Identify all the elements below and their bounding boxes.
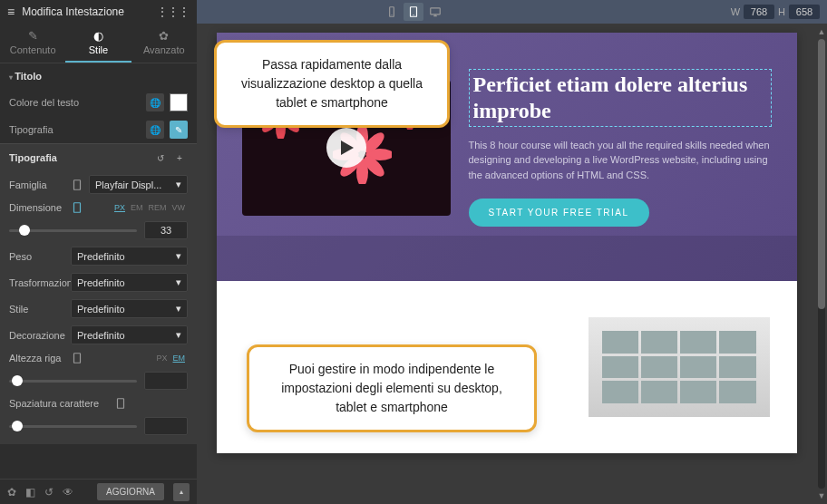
unit-vw[interactable]: VW — [170, 203, 189, 212]
topbar-left: ≡ Modifica Intestazione ⋮⋮⋮ — [0, 0, 197, 24]
navigator-icon[interactable]: ◧ — [25, 486, 35, 499]
device-icon[interactable] — [71, 352, 83, 364]
decoration-label: Decorazione — [9, 330, 65, 341]
weight-row: Peso Predefinito▾ — [0, 243, 197, 269]
sidebar-panel: ✎Contenuto ◐Stile ✿Avanzato Titolo Color… — [0, 24, 197, 504]
tab-style[interactable]: ◐Stile — [65, 24, 131, 63]
svg-rect-4 — [431, 8, 441, 15]
typo-panel-title: Tipografia — [9, 152, 150, 163]
fontstyle-select[interactable]: Predefinito▾ — [71, 299, 188, 318]
lineheight-input[interactable] — [144, 372, 188, 390]
callout-text: Passa rapidamente dalla visualizzazione … — [241, 57, 423, 110]
unit-em[interactable]: EM — [170, 354, 189, 363]
size-label: Dimensione — [9, 202, 65, 213]
text-color-label: Colore del testo — [9, 97, 141, 108]
letterspacing-label: Spaziatura carattere — [9, 398, 109, 409]
weight-label: Peso — [9, 251, 65, 262]
play-icon[interactable] — [326, 128, 366, 168]
unit-px[interactable]: PX — [112, 203, 128, 212]
slider-thumb[interactable] — [19, 225, 30, 236]
svg-point-1 — [391, 15, 392, 15]
family-select[interactable]: Playfair Displ...▾ — [89, 175, 188, 194]
lineheight-row: Altezza riga PX EM — [0, 348, 197, 368]
device-icon[interactable] — [71, 179, 83, 191]
cta-button[interactable]: START YOUR FREE TRIAL — [469, 199, 649, 227]
typography-label: Tipografia — [9, 124, 141, 135]
family-label: Famiglia — [9, 179, 65, 190]
top-bar: ≡ Modifica Intestazione ⋮⋮⋮ W H — [0, 0, 827, 24]
apps-icon[interactable]: ⋮⋮⋮ — [157, 5, 190, 18]
tab-advanced[interactable]: ✿Avanzato — [131, 24, 197, 63]
svg-rect-6 — [74, 203, 81, 213]
transform-select[interactable]: Predefinito▾ — [71, 273, 188, 292]
chevron-down-icon: ▾ — [176, 179, 181, 190]
size-slider-row — [0, 218, 197, 243]
history-icon[interactable]: ↺ — [44, 486, 54, 499]
chevron-down-icon: ▾ — [176, 250, 181, 262]
device-desktop-button[interactable] — [425, 3, 445, 21]
device-icon[interactable] — [71, 201, 83, 214]
unit-px[interactable]: PX — [153, 354, 170, 363]
tab-content-label: Contenuto — [10, 44, 56, 55]
update-button[interactable]: AGGIORNA — [97, 483, 164, 500]
hero-title[interactable]: Perficiet etiam dolere alterius improbe — [469, 69, 772, 127]
scroll-down-icon[interactable]: ▼ — [818, 491, 826, 500]
unit-em[interactable]: EM — [128, 203, 146, 212]
edit-typography-button[interactable]: ✎ — [170, 121, 188, 139]
tab-advanced-label: Avanzato — [143, 44, 185, 55]
color-swatch[interactable] — [170, 93, 188, 111]
scroll-track[interactable] — [818, 39, 825, 489]
scroll-thumb[interactable] — [818, 39, 825, 309]
decoration-row: Decorazione Predefinito▾ — [0, 322, 197, 348]
svg-rect-5 — [74, 179, 81, 189]
size-input[interactable] — [144, 221, 188, 239]
transform-value: Predefinito — [77, 277, 125, 288]
decoration-select[interactable]: Predefinito▾ — [71, 325, 188, 344]
globe-icon[interactable]: 🌐 — [146, 121, 164, 139]
slider-thumb[interactable] — [12, 421, 23, 431]
chevron-down-icon: ▾ — [176, 276, 181, 288]
weight-select[interactable]: Predefinito▾ — [71, 247, 188, 266]
size-slider[interactable] — [9, 229, 137, 232]
text-color-row: Colore del testo 🌐 — [0, 89, 197, 116]
device-mobile-button[interactable] — [382, 3, 402, 21]
slider-thumb[interactable] — [12, 375, 23, 386]
scroll-up-icon[interactable]: ▲ — [818, 27, 826, 36]
tab-style-label: Stile — [89, 44, 108, 55]
menu-icon[interactable]: ≡ — [7, 5, 15, 19]
height-input[interactable] — [789, 5, 820, 19]
device-tablet-button[interactable] — [404, 3, 423, 21]
letterspacing-slider[interactable] — [9, 425, 137, 428]
chevron-down-icon: ▾ — [176, 303, 181, 315]
transform-row: Trasformazione Predefinito▾ — [0, 269, 197, 296]
family-value: Playfair Displ... — [95, 179, 161, 190]
style-icon: ◐ — [65, 29, 131, 43]
update-options-button[interactable]: ▴ — [173, 483, 190, 501]
callout-text: Puoi gestire in modo indipendente le imp… — [281, 362, 502, 414]
height-label: H — [778, 6, 785, 17]
gear-icon: ✿ — [131, 29, 197, 43]
unit-rem[interactable]: REM — [146, 203, 170, 212]
width-input[interactable] — [744, 5, 774, 19]
tab-content[interactable]: ✎Contenuto — [0, 24, 65, 63]
preview-icon[interactable]: 👁 — [63, 486, 73, 499]
chevron-down-icon: ▾ — [176, 329, 181, 341]
bottom-toolbar: ✿ ◧ ↺ 👁 AGGIORNA ▴ — [0, 479, 197, 504]
reset-icon[interactable]: ↺ — [152, 150, 169, 166]
width-label: W — [731, 6, 740, 17]
size-row: Dimensione PX EM REM VW — [0, 198, 197, 218]
letterspacing-input[interactable] — [144, 417, 188, 435]
lineheight-slider[interactable] — [9, 380, 137, 383]
globe-icon[interactable]: 🌐 — [146, 93, 164, 111]
panel-title: Modifica Intestazione — [22, 5, 150, 18]
fontstyle-value: Predefinito — [77, 304, 125, 315]
device-icon[interactable] — [114, 397, 127, 410]
dimensions: W H — [731, 5, 827, 19]
typography-row: Tipografia 🌐 ✎ — [0, 116, 197, 143]
letterspacing-slider-row — [0, 413, 197, 439]
add-icon[interactable]: + — [171, 150, 188, 166]
decoration-value: Predefinito — [77, 330, 125, 341]
settings-icon[interactable]: ✿ — [7, 486, 16, 499]
section-title[interactable]: Titolo — [0, 63, 197, 89]
typography-panel: Tipografia ↺ + Famiglia Playfair Displ..… — [0, 143, 197, 444]
